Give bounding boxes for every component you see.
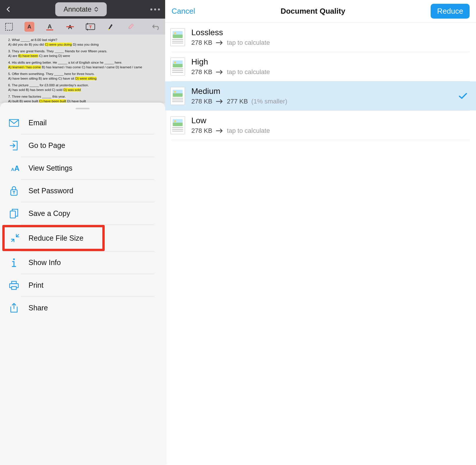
undo-button[interactable] — [151, 22, 161, 32]
quality-new-size: 277 KB — [227, 98, 248, 105]
menu-view-label: View Settings — [28, 164, 72, 172]
print-icon — [9, 281, 19, 290]
cancel-button[interactable]: Cancel — [172, 7, 195, 16]
doc-thumbnail-icon — [170, 58, 185, 76]
doc-thumbnail-icon — [170, 28, 185, 46]
left-header: Annotate — [0, 0, 165, 19]
menu-info-label: Show Info — [28, 258, 61, 267]
menu-email[interactable]: Email — [0, 112, 165, 134]
svg-rect-22 — [12, 281, 16, 284]
left-pane: Annotate A A A T 2. What _ — [0, 0, 165, 465]
doc-question: 2. What _____ at 8.00 last night? — [8, 38, 157, 42]
arrow-right-icon — [216, 69, 223, 75]
svg-point-17 — [13, 258, 15, 260]
strike-a-icon: A — [66, 23, 74, 31]
info-icon — [11, 258, 17, 268]
quality-size: 278 KB — [191, 39, 212, 46]
lock-icon — [10, 186, 18, 196]
underline-tool[interactable]: A — [45, 22, 55, 32]
quality-size: 278 KB — [191, 127, 212, 135]
doc-answer: A) has sold B) has been sold C) sold D) … — [8, 88, 157, 92]
menu-print[interactable]: Print — [0, 274, 165, 296]
selection-rect-icon — [5, 23, 13, 31]
menu-set-password[interactable]: Set Password — [0, 180, 165, 202]
svg-text:A: A — [14, 164, 19, 172]
copy-icon — [10, 209, 18, 219]
check-icon — [459, 92, 467, 99]
quality-name: Lossless — [191, 28, 470, 37]
goto-icon — [10, 141, 18, 151]
textbox-tool[interactable]: T — [85, 22, 95, 32]
svg-text:A: A — [27, 24, 31, 30]
highlight-a-icon: A — [26, 23, 33, 31]
document-content: 2. What _____ at 8.00 last night?A) did … — [0, 35, 165, 103]
annotate-mode-button[interactable]: Annotate — [55, 2, 106, 16]
menu-save-copy[interactable]: Save a Copy — [0, 202, 165, 225]
doc-highlight: D) were sitting — [75, 77, 97, 80]
quality-size: 278 KB — [191, 68, 212, 76]
doc-highlight: A) learned / has come — [8, 65, 41, 69]
quality-option-low[interactable]: Low278 KBtap to calculate — [165, 111, 476, 140]
email-icon — [9, 119, 19, 127]
page-title: Document Quality — [281, 7, 345, 16]
more-button[interactable] — [150, 8, 160, 10]
arrow-right-icon — [216, 40, 223, 45]
updown-chevron-icon — [94, 6, 99, 12]
quality-percent: (1% smaller) — [251, 98, 287, 105]
arrow-right-icon — [216, 99, 223, 104]
doc-answer: A) are B) have been C) are being D) were — [8, 54, 157, 58]
select-tool[interactable] — [4, 22, 14, 32]
menu-reduce-file-size[interactable]: Reduce File Size — [5, 227, 102, 249]
doc-question: 7. Three new factories _____ this year. — [8, 94, 157, 99]
doc-highlight: B) have been — [18, 54, 38, 58]
quality-option-medium[interactable]: Medium278 KB277 KB(1% smaller) — [165, 81, 476, 110]
quality-calc-hint: tap to calculate — [227, 68, 270, 76]
menu-goto-label: Go to Page — [28, 141, 65, 150]
menu-view-settings[interactable]: AA View Settings — [0, 157, 165, 179]
doc-highlight: D) was sold — [63, 88, 81, 92]
svg-text:T: T — [89, 24, 92, 29]
svg-rect-16 — [10, 211, 15, 218]
doc-answer: A) have been sitting B) are sitting C) h… — [8, 76, 157, 81]
menu-print-label: Print — [28, 281, 43, 289]
quality-detail: 278 KBtap to calculate — [191, 68, 470, 76]
doc-thumbnail-icon — [170, 87, 185, 105]
doc-highlight: C) were you doing — [45, 43, 72, 46]
svg-rect-0 — [6, 23, 13, 30]
compress-icon — [10, 233, 20, 243]
reduce-button[interactable]: Reduce — [431, 4, 470, 19]
quality-calc-hint: tap to calculate — [227, 127, 270, 135]
highlight-text-tool[interactable]: A — [24, 22, 34, 32]
menu-reduce-label: Reduce File Size — [28, 234, 83, 242]
quality-name: Medium — [191, 87, 470, 96]
eraser-tool[interactable] — [126, 22, 136, 32]
actions-sheet: Email Go to Page AA View Settings Set Pa… — [0, 103, 165, 465]
menu-show-info[interactable]: Show Info — [0, 251, 165, 274]
doc-question: 5. Offer them something. They _____ here… — [8, 72, 157, 76]
textsize-icon: AA — [8, 164, 19, 172]
menu-goto-page[interactable]: Go to Page — [0, 134, 165, 157]
sheet-handle[interactable] — [76, 108, 90, 109]
quality-detail: 278 KB277 KB(1% smaller) — [191, 98, 470, 105]
quality-name: Low — [191, 116, 470, 125]
svg-text:A: A — [48, 23, 52, 30]
strikethrough-tool[interactable]: A — [65, 22, 75, 32]
quality-name: High — [191, 57, 470, 67]
marker-icon — [107, 23, 115, 31]
quality-option-lossless[interactable]: Lossless278 KBtap to calculate — [165, 23, 476, 52]
quality-detail: 278 KBtap to calculate — [191, 39, 470, 46]
textbox-icon: T — [86, 23, 95, 31]
doc-question: 4. His skills are getting better. He ___… — [8, 60, 157, 65]
menu-share-label: Share — [28, 304, 48, 312]
quality-list: Lossless278 KBtap to calculateHigh278 KB… — [165, 23, 476, 140]
arrow-right-icon — [216, 128, 223, 133]
chevron-left-icon — [5, 6, 12, 12]
marker-tool[interactable] — [106, 22, 116, 32]
right-header: Cancel Document Quality Reduce — [165, 0, 476, 23]
highlighted-menu-container: Reduce File Size — [2, 225, 105, 251]
back-button[interactable] — [5, 6, 12, 12]
menu-share[interactable]: Share — [0, 297, 165, 319]
doc-thumbnail-icon — [170, 116, 185, 134]
quality-detail: 278 KBtap to calculate — [191, 127, 470, 135]
quality-option-high[interactable]: High278 KBtap to calculate — [165, 52, 476, 81]
